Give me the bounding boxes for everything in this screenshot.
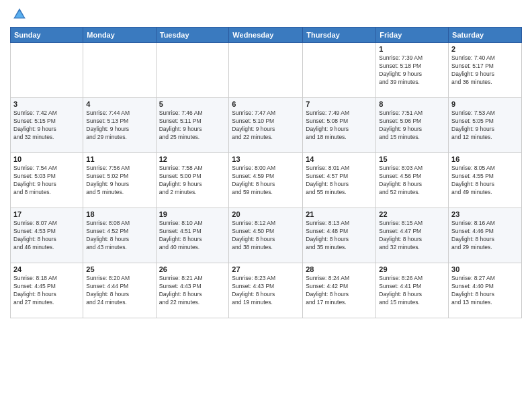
day-info: Sunrise: 7:42 AM Sunset: 5:15 PM Dayligh… bbox=[13, 109, 80, 142]
calendar-cell: 25Sunrise: 8:20 AM Sunset: 4:44 PM Dayli… bbox=[83, 263, 156, 318]
calendar-table: SundayMondayTuesdayWednesdayThursdayFrid… bbox=[10, 27, 522, 318]
day-number: 16 bbox=[451, 155, 519, 163]
calendar-cell: 2Sunrise: 7:40 AM Sunset: 5:17 PM Daylig… bbox=[449, 43, 522, 98]
day-number: 19 bbox=[159, 210, 226, 218]
calendar-cell: 27Sunrise: 8:23 AM Sunset: 4:43 PM Dayli… bbox=[229, 263, 303, 318]
day-info: Sunrise: 8:23 AM Sunset: 4:43 PM Dayligh… bbox=[232, 275, 300, 307]
day-info: Sunrise: 7:54 AM Sunset: 5:03 PM Dayligh… bbox=[13, 165, 80, 197]
day-info: Sunrise: 8:12 AM Sunset: 4:50 PM Dayligh… bbox=[232, 220, 300, 252]
calendar-cell: 9Sunrise: 7:53 AM Sunset: 5:05 PM Daylig… bbox=[449, 98, 522, 153]
calendar-week-row: 10Sunrise: 7:54 AM Sunset: 5:03 PM Dayli… bbox=[11, 153, 522, 208]
calendar-cell: 18Sunrise: 8:08 AM Sunset: 4:52 PM Dayli… bbox=[83, 208, 156, 263]
calendar-cell bbox=[229, 43, 303, 98]
calendar-cell: 20Sunrise: 8:12 AM Sunset: 4:50 PM Dayli… bbox=[229, 208, 303, 263]
calendar-cell bbox=[11, 43, 83, 98]
day-number: 13 bbox=[232, 155, 300, 163]
calendar-cell bbox=[156, 43, 229, 98]
day-info: Sunrise: 7:53 AM Sunset: 5:05 PM Dayligh… bbox=[451, 109, 519, 142]
calendar-cell: 17Sunrise: 8:07 AM Sunset: 4:53 PM Dayli… bbox=[11, 208, 83, 263]
weekday-header-row: SundayMondayTuesdayWednesdayThursdayFrid… bbox=[11, 28, 522, 43]
day-number: 30 bbox=[451, 265, 519, 273]
day-info: Sunrise: 8:27 AM Sunset: 4:40 PM Dayligh… bbox=[451, 275, 519, 307]
day-info: Sunrise: 7:58 AM Sunset: 5:00 PM Dayligh… bbox=[159, 165, 226, 197]
day-info: Sunrise: 7:49 AM Sunset: 5:08 PM Dayligh… bbox=[306, 109, 373, 142]
calendar-cell: 10Sunrise: 7:54 AM Sunset: 5:03 PM Dayli… bbox=[11, 153, 83, 208]
day-number: 21 bbox=[306, 210, 373, 218]
day-info: Sunrise: 8:10 AM Sunset: 4:51 PM Dayligh… bbox=[159, 220, 226, 252]
day-number: 12 bbox=[159, 155, 226, 163]
day-number: 27 bbox=[232, 265, 300, 273]
day-number: 3 bbox=[13, 100, 80, 108]
calendar-cell: 6Sunrise: 7:47 AM Sunset: 5:10 PM Daylig… bbox=[229, 98, 303, 153]
calendar-cell: 24Sunrise: 8:18 AM Sunset: 4:45 PM Dayli… bbox=[11, 263, 83, 318]
day-info: Sunrise: 8:16 AM Sunset: 4:46 PM Dayligh… bbox=[451, 220, 519, 252]
day-info: Sunrise: 7:39 AM Sunset: 5:18 PM Dayligh… bbox=[379, 54, 445, 87]
calendar-cell: 22Sunrise: 8:15 AM Sunset: 4:47 PM Dayli… bbox=[376, 208, 449, 263]
day-info: Sunrise: 7:51 AM Sunset: 5:06 PM Dayligh… bbox=[379, 109, 445, 142]
day-number: 6 bbox=[232, 100, 300, 108]
day-info: Sunrise: 8:18 AM Sunset: 4:45 PM Dayligh… bbox=[13, 275, 80, 307]
calendar-cell: 15Sunrise: 8:03 AM Sunset: 4:56 PM Dayli… bbox=[376, 153, 449, 208]
calendar-cell: 13Sunrise: 8:00 AM Sunset: 4:59 PM Dayli… bbox=[229, 153, 303, 208]
logo bbox=[10, 7, 28, 21]
day-number: 1 bbox=[379, 45, 445, 53]
day-info: Sunrise: 8:01 AM Sunset: 4:57 PM Dayligh… bbox=[306, 165, 373, 197]
day-info: Sunrise: 7:40 AM Sunset: 5:17 PM Dayligh… bbox=[451, 54, 519, 87]
calendar-cell: 21Sunrise: 8:13 AM Sunset: 4:48 PM Dayli… bbox=[303, 208, 376, 263]
day-info: Sunrise: 7:46 AM Sunset: 5:11 PM Dayligh… bbox=[159, 109, 226, 142]
day-number: 22 bbox=[379, 210, 445, 218]
weekday-header-friday: Friday bbox=[376, 28, 449, 43]
day-number: 18 bbox=[86, 210, 152, 218]
day-number: 14 bbox=[306, 155, 373, 163]
day-number: 5 bbox=[159, 100, 226, 108]
day-info: Sunrise: 8:03 AM Sunset: 4:56 PM Dayligh… bbox=[379, 165, 445, 197]
calendar-cell: 28Sunrise: 8:24 AM Sunset: 4:42 PM Dayli… bbox=[303, 263, 376, 318]
calendar-cell: 7Sunrise: 7:49 AM Sunset: 5:08 PM Daylig… bbox=[303, 98, 376, 153]
weekday-header-thursday: Thursday bbox=[303, 28, 376, 43]
calendar-cell: 19Sunrise: 8:10 AM Sunset: 4:51 PM Dayli… bbox=[156, 208, 229, 263]
day-info: Sunrise: 8:00 AM Sunset: 4:59 PM Dayligh… bbox=[232, 165, 300, 197]
weekday-header-wednesday: Wednesday bbox=[229, 28, 303, 43]
day-info: Sunrise: 7:47 AM Sunset: 5:10 PM Dayligh… bbox=[232, 109, 300, 142]
calendar-week-row: 24Sunrise: 8:18 AM Sunset: 4:45 PM Dayli… bbox=[11, 263, 522, 318]
calendar-cell bbox=[303, 43, 376, 98]
day-number: 4 bbox=[86, 100, 152, 108]
day-number: 29 bbox=[379, 265, 445, 273]
day-info: Sunrise: 8:08 AM Sunset: 4:52 PM Dayligh… bbox=[86, 220, 152, 252]
calendar-cell bbox=[83, 43, 156, 98]
day-number: 7 bbox=[306, 100, 373, 108]
weekday-header-saturday: Saturday bbox=[449, 28, 522, 43]
day-number: 17 bbox=[13, 210, 80, 218]
day-number: 26 bbox=[159, 265, 226, 273]
calendar-week-row: 1Sunrise: 7:39 AM Sunset: 5:18 PM Daylig… bbox=[11, 43, 522, 98]
weekday-header-sunday: Sunday bbox=[11, 28, 83, 43]
logo-icon bbox=[12, 7, 27, 21]
day-number: 20 bbox=[232, 210, 300, 218]
calendar-cell: 4Sunrise: 7:44 AM Sunset: 5:13 PM Daylig… bbox=[83, 98, 156, 153]
day-number: 28 bbox=[306, 265, 373, 273]
calendar-cell: 30Sunrise: 8:27 AM Sunset: 4:40 PM Dayli… bbox=[449, 263, 522, 318]
calendar-cell: 16Sunrise: 8:05 AM Sunset: 4:55 PM Dayli… bbox=[449, 153, 522, 208]
header bbox=[10, 7, 522, 21]
calendar-cell: 1Sunrise: 7:39 AM Sunset: 5:18 PM Daylig… bbox=[376, 43, 449, 98]
weekday-header-monday: Monday bbox=[83, 28, 156, 43]
page: SundayMondayTuesdayWednesdayThursdayFrid… bbox=[0, 0, 532, 411]
day-info: Sunrise: 8:05 AM Sunset: 4:55 PM Dayligh… bbox=[451, 165, 519, 197]
calendar-cell: 23Sunrise: 8:16 AM Sunset: 4:46 PM Dayli… bbox=[449, 208, 522, 263]
day-number: 23 bbox=[451, 210, 519, 218]
day-info: Sunrise: 8:21 AM Sunset: 4:43 PM Dayligh… bbox=[159, 275, 226, 307]
weekday-header-tuesday: Tuesday bbox=[156, 28, 229, 43]
calendar-cell: 11Sunrise: 7:56 AM Sunset: 5:02 PM Dayli… bbox=[83, 153, 156, 208]
day-number: 15 bbox=[379, 155, 445, 163]
calendar-cell: 29Sunrise: 8:26 AM Sunset: 4:41 PM Dayli… bbox=[376, 263, 449, 318]
day-info: Sunrise: 8:13 AM Sunset: 4:48 PM Dayligh… bbox=[306, 220, 373, 252]
calendar-cell: 5Sunrise: 7:46 AM Sunset: 5:11 PM Daylig… bbox=[156, 98, 229, 153]
day-number: 11 bbox=[86, 155, 152, 163]
calendar-cell: 3Sunrise: 7:42 AM Sunset: 5:15 PM Daylig… bbox=[11, 98, 83, 153]
day-number: 25 bbox=[86, 265, 152, 273]
day-info: Sunrise: 8:15 AM Sunset: 4:47 PM Dayligh… bbox=[379, 220, 445, 252]
day-info: Sunrise: 8:20 AM Sunset: 4:44 PM Dayligh… bbox=[86, 275, 152, 307]
day-info: Sunrise: 8:07 AM Sunset: 4:53 PM Dayligh… bbox=[13, 220, 80, 252]
day-number: 10 bbox=[13, 155, 80, 163]
day-info: Sunrise: 8:24 AM Sunset: 4:42 PM Dayligh… bbox=[306, 275, 373, 307]
